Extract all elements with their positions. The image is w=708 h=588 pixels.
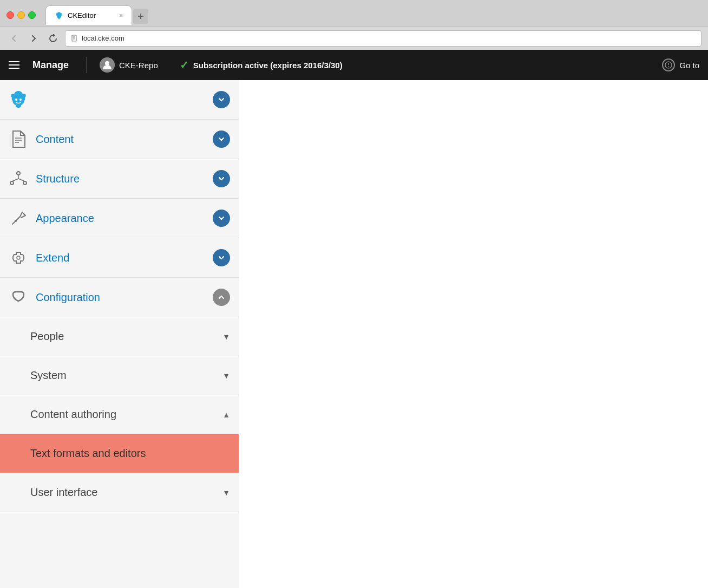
- back-icon: [10, 34, 18, 43]
- tab-title: CKEditor: [68, 11, 96, 19]
- subscription-label: Subscription active (expires 2016/3/30): [193, 61, 343, 70]
- extend-icon: [9, 248, 28, 267]
- system-label: System: [30, 369, 67, 382]
- structure-chevron-icon: [213, 170, 230, 187]
- appearance-label: Appearance: [36, 212, 94, 225]
- tab-close-button[interactable]: ×: [119, 12, 123, 19]
- traffic-lights: [6, 11, 36, 19]
- address-text: local.cke.com: [82, 34, 124, 42]
- sidebar: Content Structure: [0, 80, 239, 588]
- manage-label: Manage: [32, 60, 69, 71]
- svg-point-15: [17, 172, 20, 175]
- people-chevron-icon: ▼: [222, 332, 230, 341]
- text-formats-label: Text formats and editors: [30, 447, 146, 460]
- goto-icon: [662, 58, 675, 71]
- home-chevron-icon: [213, 91, 230, 108]
- content-authoring-label: Content authoring: [30, 408, 116, 421]
- svg-line-20: [18, 179, 25, 181]
- reload-icon: [49, 34, 57, 43]
- user-avatar-icon: [100, 57, 115, 73]
- sidebar-item-appearance[interactable]: Appearance: [0, 199, 239, 238]
- sidebar-item-extend[interactable]: Extend: [0, 238, 239, 278]
- sidebar-item-configuration[interactable]: Configuration: [0, 278, 239, 317]
- svg-point-9: [668, 66, 669, 67]
- content-icon: [9, 129, 28, 149]
- appearance-chevron-icon: [213, 210, 230, 227]
- back-button[interactable]: [6, 31, 22, 46]
- sidebar-item-user-interface[interactable]: User interface ▼: [0, 473, 239, 512]
- svg-point-10: [15, 99, 17, 101]
- user-interface-chevron-icon: ▼: [222, 488, 230, 497]
- goto-menu[interactable]: Go to: [662, 58, 699, 71]
- people-label: People: [30, 330, 64, 343]
- maximize-traffic-light[interactable]: [28, 11, 36, 19]
- close-traffic-light[interactable]: [6, 11, 14, 19]
- svg-point-16: [10, 181, 14, 185]
- user-menu[interactable]: CKE-Repo: [100, 57, 158, 73]
- svg-point-21: [15, 220, 17, 222]
- configuration-label: Configuration: [36, 291, 100, 304]
- configuration-icon: [9, 288, 28, 307]
- user-name: CKE-Repo: [119, 61, 158, 70]
- new-tab-icon: [137, 13, 144, 19]
- svg-point-17: [23, 181, 27, 185]
- check-icon: ✓: [180, 58, 189, 71]
- topnav-divider: [86, 57, 87, 73]
- minimize-traffic-light[interactable]: [17, 11, 25, 19]
- main-content: [239, 80, 708, 588]
- content-label: Content: [36, 133, 74, 146]
- sidebar-item-home[interactable]: [0, 80, 239, 120]
- structure-label: Structure: [36, 173, 80, 185]
- svg-point-22: [17, 256, 20, 259]
- extend-chevron-icon: [213, 249, 230, 266]
- browser-tab[interactable]: CKEditor ×: [45, 5, 132, 25]
- reload-button[interactable]: [45, 31, 61, 46]
- sidebar-item-system[interactable]: System ▼: [0, 356, 239, 395]
- appearance-icon: [9, 208, 28, 228]
- svg-point-6: [105, 61, 109, 66]
- svg-line-19: [12, 179, 18, 181]
- forward-button[interactable]: [26, 31, 41, 46]
- extend-label: Extend: [36, 252, 69, 264]
- sidebar-item-content[interactable]: Content: [0, 120, 239, 159]
- subscription-status: ✓ Subscription active (expires 2016/3/30…: [180, 58, 343, 71]
- forward-icon: [29, 34, 38, 43]
- sidebar-item-content-authoring[interactable]: Content authoring ▲: [0, 395, 239, 434]
- address-bar[interactable]: local.cke.com: [65, 30, 702, 47]
- new-tab-button[interactable]: [132, 8, 149, 25]
- configuration-chevron-icon: [213, 289, 230, 306]
- content-authoring-chevron-icon: ▲: [222, 410, 230, 419]
- system-chevron-icon: ▼: [222, 371, 230, 380]
- sidebar-item-people[interactable]: People ▼: [0, 317, 239, 356]
- svg-point-11: [19, 99, 22, 101]
- content-chevron-icon: [213, 130, 230, 148]
- user-interface-label: User interface: [30, 486, 98, 499]
- address-document-icon: [71, 35, 78, 42]
- sidebar-item-text-formats[interactable]: Text formats and editors: [0, 434, 239, 473]
- hamburger-menu[interactable]: [9, 61, 19, 69]
- topnav: Manage CKE-Repo ✓ Subscription active (e…: [0, 50, 708, 80]
- goto-label: Go to: [679, 61, 699, 70]
- structure-icon: [9, 169, 28, 188]
- drupal-favicon-icon: [55, 11, 63, 20]
- drupal-logo-icon: [9, 90, 28, 109]
- svg-rect-1: [138, 16, 143, 17]
- sidebar-item-structure[interactable]: Structure: [0, 159, 239, 199]
